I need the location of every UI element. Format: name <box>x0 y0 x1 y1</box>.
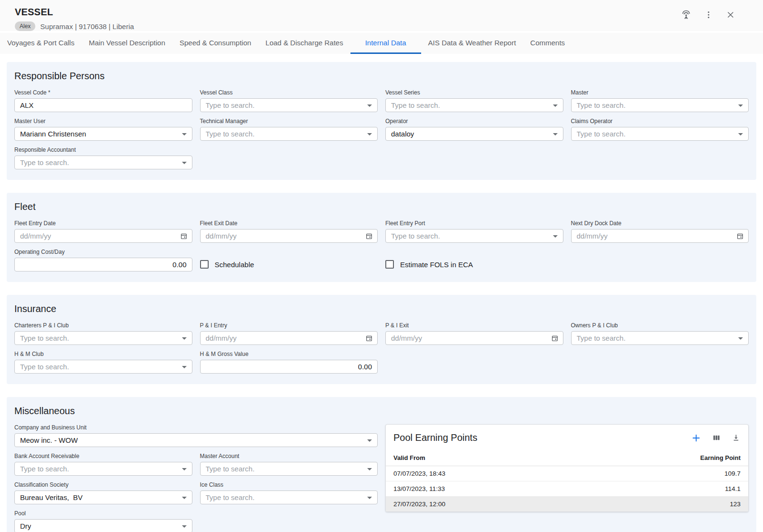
section-fleet: Fleet Fleet Entry Date dd/mm/yy <box>7 193 756 282</box>
field-label: Next Dry Dock Date <box>571 220 749 227</box>
ice-class-select[interactable]: Type to search. <box>200 490 378 504</box>
fleet-exit-date-field: Fleet Exit Date dd/mm/yy <box>200 220 378 243</box>
table-header-row: Valid From Earning Point <box>386 450 748 466</box>
chevron-down-icon <box>182 337 187 340</box>
tab-speed-consumption[interactable]: Speed & Consumption <box>172 33 258 54</box>
columns-icon[interactable] <box>712 433 721 442</box>
antenna-icon[interactable] <box>681 10 691 20</box>
field-label: Master User <box>14 118 192 125</box>
estimate-fols-label: Estimate FOLS in ECA <box>400 261 473 269</box>
field-label: P & I Exit <box>385 322 563 329</box>
field-label: Operator <box>385 118 563 125</box>
operating-cost-day-field: Operating Cost/Day 0.00 <box>14 249 192 271</box>
valid-from-cell: 13/07/2023, 11:33 <box>386 481 584 497</box>
pool-field: Pool Dry <box>14 510 192 532</box>
field-label: Pool <box>14 510 192 517</box>
vessel-series-select[interactable]: Type to search. <box>385 98 563 112</box>
calendar-icon[interactable] <box>365 232 373 240</box>
earning-point-cell: 114.1 <box>584 481 748 497</box>
table-row[interactable]: 07/07/2023, 18:43 109.7 <box>386 466 748 481</box>
charterers-pi-club-select[interactable]: Type to search. <box>14 331 192 345</box>
chevron-down-icon <box>367 497 372 499</box>
operator-select[interactable]: dataloy <box>385 127 563 141</box>
next-dry-dock-date-input[interactable]: dd/mm/yy <box>571 229 749 243</box>
vessel-window: VESSEL Alex Supramax | 9170638 | Liberia <box>0 0 763 532</box>
pi-entry-input[interactable]: dd/mm/yy <box>200 331 378 345</box>
owners-pi-club-field: Owners P & I Club Type to search. <box>571 322 749 345</box>
tab-main-vessel-description[interactable]: Main Vessel Description <box>82 33 172 54</box>
bank-account-receivable-select[interactable]: Type to search. <box>14 462 192 476</box>
column-header-valid-from[interactable]: Valid From <box>386 450 584 466</box>
chevron-down-icon <box>182 497 187 499</box>
section-title: Fleet <box>14 201 749 212</box>
pool-select[interactable]: Dry <box>14 519 192 532</box>
operating-cost-day-input[interactable]: 0.00 <box>14 258 192 271</box>
earning-point-cell: 109.7 <box>584 466 748 481</box>
fleet-entry-port-select[interactable]: Type to search. <box>385 229 563 243</box>
vessel-code-input[interactable]: ALX <box>14 98 192 112</box>
classification-society-select[interactable]: Bureau Veritas, BV <box>14 490 192 504</box>
field-label: P & I Entry <box>200 322 378 329</box>
chevron-down-icon <box>182 525 187 528</box>
earning-point-cell: 123 <box>584 497 748 512</box>
master-user-select[interactable]: Mariann Christensen <box>14 127 192 141</box>
hm-club-select[interactable]: Type to search. <box>14 360 192 374</box>
chevron-down-icon <box>367 133 372 136</box>
column-header-earning-point[interactable]: Earning Point <box>584 450 748 466</box>
field-label: Vessel Code * <box>14 89 192 96</box>
valid-from-cell: 07/07/2023, 18:43 <box>386 466 584 481</box>
master-account-select[interactable]: Type to search. <box>200 462 378 476</box>
technical-manager-field: Technical Manager Type to search. <box>200 118 378 141</box>
chevron-down-icon <box>182 366 187 368</box>
card-header: Pool Earning Points <box>386 425 748 450</box>
classification-society-field: Classification Society Bureau Veritas, B… <box>14 481 192 504</box>
company-business-unit-field: Company and Business Unit Meow inc. - WO… <box>14 424 378 447</box>
fleet-entry-date-input[interactable]: dd/mm/yy <box>14 229 192 243</box>
section-responsible-persons: Responsible Persons Vessel Code * ALX Ve… <box>7 62 756 180</box>
table-row[interactable]: 27/07/2023, 12:00 123 <box>386 497 748 512</box>
field-label: Ice Class <box>200 481 378 489</box>
more-vert-icon[interactable] <box>704 10 713 20</box>
field-label: H & M Gross Value <box>200 351 378 358</box>
fleet-exit-date-input[interactable]: dd/mm/yy <box>200 229 378 243</box>
calendar-icon[interactable] <box>180 232 188 240</box>
vessel-class-select[interactable]: Type to search. <box>200 98 378 112</box>
field-label: Classification Society <box>14 481 192 489</box>
responsible-accountant-field: Responsible Accountant Type to search. <box>14 146 192 169</box>
calendar-icon[interactable] <box>736 232 744 240</box>
responsible-accountant-select[interactable]: Type to search. <box>14 156 192 169</box>
add-row-icon[interactable] <box>691 433 701 443</box>
tab-voyages-port-calls[interactable]: Voyages & Port Calls <box>0 33 82 54</box>
estimate-fols-checkbox-row: Estimate FOLS in ECA <box>385 260 563 269</box>
company-business-unit-select[interactable]: Meow inc. - WOW <box>14 433 378 447</box>
chevron-down-icon <box>553 235 558 238</box>
tab-comments[interactable]: Comments <box>523 33 572 54</box>
master-select[interactable]: Type to search. <box>571 98 749 112</box>
claims-operator-select[interactable]: Type to search. <box>571 127 749 141</box>
close-icon[interactable] <box>726 10 735 20</box>
field-label: Company and Business Unit <box>14 424 378 431</box>
hm-gross-value-input[interactable]: 0.00 <box>200 360 378 374</box>
field-label: H & M Club <box>14 351 192 358</box>
pi-exit-input[interactable]: dd/mm/yy <box>385 331 563 345</box>
chevron-down-icon <box>182 468 187 470</box>
vessel-identity: Alex Supramax | 9170638 | Liberia <box>15 21 134 31</box>
chevron-down-icon <box>182 133 187 136</box>
technical-manager-select[interactable]: Type to search. <box>200 127 378 141</box>
download-icon[interactable] <box>731 433 741 442</box>
tab-internal-data[interactable]: Internal Data <box>350 33 421 54</box>
field-label: Vessel Class <box>200 89 378 96</box>
operator-field: Operator dataloy <box>385 118 563 141</box>
table-row[interactable]: 13/07/2023, 11:33 114.1 <box>386 481 748 497</box>
tab-load-discharge-rates[interactable]: Load & Discharge Rates <box>258 33 350 54</box>
estimate-fols-checkbox[interactable] <box>385 260 394 269</box>
calendar-icon[interactable] <box>365 334 373 342</box>
owners-pi-club-select[interactable]: Type to search. <box>571 331 749 345</box>
tab-ais-data-weather-report[interactable]: AIS Data & Weather Report <box>421 33 523 54</box>
field-label: Master <box>571 89 749 96</box>
chevron-down-icon <box>553 104 558 107</box>
bank-account-receivable-field: Bank Account Receivable Type to search. <box>14 453 192 476</box>
window-header: VESSEL Alex Supramax | 9170638 | Liberia <box>0 0 763 31</box>
schedulable-checkbox[interactable] <box>200 260 209 269</box>
calendar-icon[interactable] <box>551 334 559 342</box>
